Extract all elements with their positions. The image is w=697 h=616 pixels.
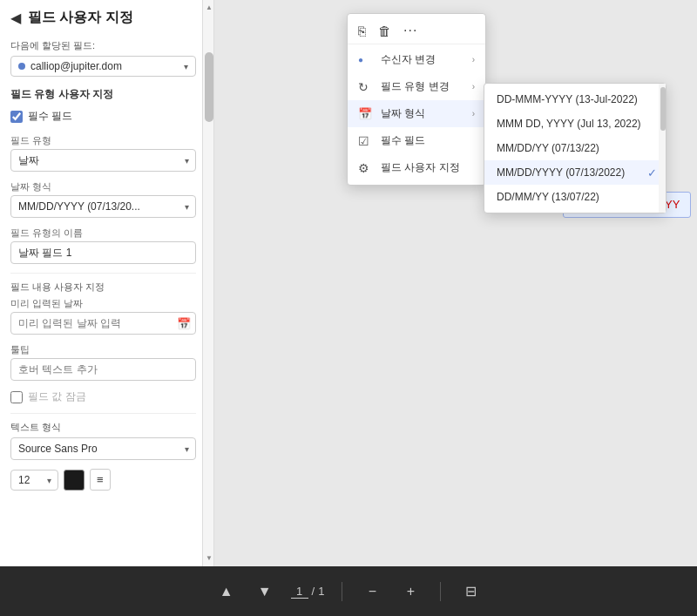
align-button[interactable]: ≡ <box>90 469 111 491</box>
divider-1 <box>10 273 196 274</box>
zoom-out-icon: − <box>369 584 376 599</box>
tooltip-label: 툴팁 <box>10 343 196 356</box>
left-panel: ◀ 필드 사용자 지정 다음에 할당된 필드: calliop@jupiter.… <box>0 0 207 566</box>
delete-icon[interactable]: 🗑 <box>378 24 391 38</box>
submenu-item-3[interactable]: MM/DD/YYYY (07/13/2022) ✓ <box>484 160 666 185</box>
tooltip-group: 툴팁 <box>10 343 196 381</box>
font-size-select[interactable]: 12 8 10 14 16 <box>10 470 58 491</box>
date-format-icon: 📅 <box>358 107 374 120</box>
text-format-label: 텍스트 형식 <box>10 421 196 434</box>
selected-check-icon: ✓ <box>647 166 657 179</box>
scroll-down-icon[interactable]: ▼ <box>205 554 213 563</box>
page-indicator: 1 / 1 <box>291 585 325 599</box>
required-field-checkbox[interactable] <box>10 111 23 123</box>
required-field-label: 필수 필드 <box>28 109 72 124</box>
field-type-select-wrap: 날짜 ▾ <box>10 149 196 172</box>
ctx-item-date-format[interactable]: 📅 날짜 형식 › <box>348 100 485 127</box>
page-current[interactable]: 1 <box>291 585 308 599</box>
more-options-icon[interactable]: ··· <box>403 23 417 38</box>
ctx-date-format-label: 날짜 형식 <box>381 106 472 121</box>
submenu-item-1[interactable]: MMM DD, YYYY (Jul 13, 2022) <box>484 112 666 136</box>
prepopulate-input[interactable] <box>10 312 196 335</box>
customize-icon: ⚙ <box>358 161 374 175</box>
toolbar-separator-1 <box>342 582 342 601</box>
color-picker[interactable] <box>64 470 85 491</box>
page-up-icon: ▲ <box>220 584 233 599</box>
customize-section-title: 필드 유형 사용자 지정 <box>10 87 196 102</box>
submenu-item-4[interactable]: DD/MM/YY (13/07/22) <box>484 185 666 209</box>
required-check-icon: ☑ <box>358 134 374 148</box>
field-name-input[interactable] <box>10 241 196 264</box>
ctx-required-label: 필수 필드 <box>381 133 475 148</box>
date-format-group: 날짜 형식 MM/DD/YYYY (07/13/20... ▾ <box>10 180 196 218</box>
prepopulate-group: 미리 입력된 날짜 📅 <box>10 297 196 335</box>
page-up-button[interactable]: ▲ <box>214 579 239 604</box>
required-field-row: 필수 필드 <box>10 109 196 124</box>
zoom-out-button[interactable]: − <box>360 579 384 604</box>
font-select-wrap: Source Sans Pro ▾ <box>10 437 196 460</box>
fit-icon: ⊟ <box>465 583 477 599</box>
tooltip-input[interactable] <box>10 358 196 381</box>
field-name-group: 필드 유형의 이름 <box>10 227 196 264</box>
date-format-select[interactable]: MM/DD/YYYY (07/13/20... <box>10 195 196 218</box>
email-dropdown[interactable]: calliop@jupiter.dom ▾ <box>10 56 196 77</box>
submenu-label-4: DD/MM/YY (13/07/22) <box>497 191 599 203</box>
format-row: 12 8 10 14 16 ▾ ≡ <box>10 469 196 491</box>
date-format-submenu: DD-MMM-YYYY (13-Jul-2022) MMM DD, YYYY (… <box>484 83 667 213</box>
ctx-field-type-label: 필드 유형 변경 <box>381 79 472 94</box>
field-type-arrow-icon: › <box>472 82 475 91</box>
context-menu: ⎘ 🗑 ··· ● 수신자 변경 › ↻ 필드 유형 변경 › 📅 날짜 형식 … <box>347 13 486 186</box>
content-customize-label: 필드 내용 사용자 지정 <box>10 281 196 294</box>
date-format-select-wrap: MM/DD/YYYY (07/13/20... ▾ <box>10 195 196 218</box>
scroll-up-icon[interactable]: ▲ <box>205 3 213 12</box>
font-select[interactable]: Source Sans Pro <box>10 437 196 460</box>
lock-label: 필드 값 잠금 <box>28 389 86 404</box>
submenu-item-0[interactable]: DD-MMM-YYYY (13-Jul-2022) <box>484 87 666 112</box>
lock-row: 필드 값 잠금 <box>10 389 196 404</box>
field-type-change-icon: ↻ <box>358 80 374 94</box>
ctx-item-customize[interactable]: ⚙ 필드 사용자 지정 <box>348 154 485 181</box>
divider-2 <box>10 413 196 414</box>
field-type-label: 필드 유형 <box>10 134 196 147</box>
panel-header: ◀ 필드 사용자 지정 <box>10 9 196 27</box>
field-type-group: 필드 유형 날짜 ▾ <box>10 134 196 172</box>
ctx-item-recipient[interactable]: ● 수신자 변경 › <box>348 46 485 73</box>
context-menu-top-bar: ⎘ 🗑 ··· <box>348 17 485 44</box>
prepopulate-input-wrap: 📅 <box>10 312 196 335</box>
date-format-submenu-arrow-icon: › <box>472 109 475 118</box>
zoom-in-icon: + <box>407 584 415 599</box>
toolbar-separator-2 <box>440 582 441 601</box>
field-type-select[interactable]: 날짜 <box>10 149 196 172</box>
zoom-in-button[interactable]: + <box>398 579 423 604</box>
chevron-down-icon: ▾ <box>184 62 188 71</box>
assigned-label: 다음에 할당된 필드: <box>10 39 196 52</box>
fit-button[interactable]: ⊟ <box>458 579 483 604</box>
page-separator: / <box>312 585 315 598</box>
submenu-label-1: MMM DD, YYYY (Jul 13, 2022) <box>497 118 641 130</box>
recipient-icon: ● <box>358 55 374 64</box>
page-down-button[interactable]: ▼ <box>253 579 277 604</box>
back-button[interactable]: ◀ <box>10 10 21 26</box>
font-size-wrap: 12 8 10 14 16 ▾ <box>10 470 58 491</box>
email-text: calliop@jupiter.dom <box>30 60 184 72</box>
date-format-label: 날짜 형식 <box>10 180 196 193</box>
ctx-item-field-type[interactable]: ↻ 필드 유형 변경 › <box>348 73 485 100</box>
copy-icon[interactable]: ⎘ <box>358 24 366 38</box>
submenu-scroll-thumb[interactable] <box>660 87 666 131</box>
panel-title: 필드 사용자 지정 <box>28 9 133 27</box>
email-dot <box>18 63 25 70</box>
submenu-item-2[interactable]: MM/DD/YY (07/13/22) <box>484 136 666 160</box>
lock-checkbox[interactable] <box>10 391 23 403</box>
ctx-customize-label: 필드 사용자 지정 <box>381 160 475 175</box>
ctx-recipient-label: 수신자 변경 <box>381 52 472 67</box>
scrollbar-track: ▲ ▼ <box>202 0 214 566</box>
bottom-toolbar: ▲ ▼ 1 / 1 − + ⊟ <box>0 566 697 616</box>
prepopulate-label: 미리 입력된 날짜 <box>10 297 196 310</box>
scrollbar-thumb[interactable] <box>205 52 213 122</box>
page-down-icon: ▼ <box>258 584 272 599</box>
ctx-item-required[interactable]: ☑ 필수 필드 <box>348 127 485 154</box>
submenu-label-3: MM/DD/YYYY (07/13/2022) <box>497 166 625 179</box>
submenu-scrollbar <box>659 84 666 213</box>
page-total: 1 <box>318 585 324 598</box>
submenu-label-0: DD-MMM-YYYY (13-Jul-2022) <box>497 93 638 105</box>
